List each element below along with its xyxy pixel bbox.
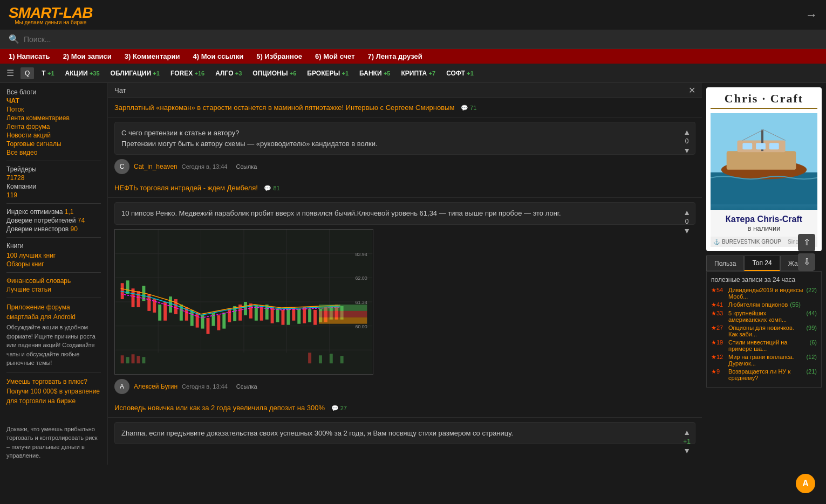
cat-forex[interactable]: FOREX +16 [165, 65, 210, 81]
cat-bonds[interactable]: ОБЛИГАЦИИ +1 [105, 65, 165, 81]
author-1-name[interactable]: Cat_in_heaven [134, 163, 178, 170]
hamburger-icon[interactable]: ☰ [2, 64, 18, 82]
useful-post-3: ★33 5 крупнейших американских комп... (4… [711, 310, 817, 323]
post-link-4[interactable]: Опционы для новичков. Как заби... [728, 325, 804, 337]
post-score-5: ★19 [711, 339, 726, 346]
svg-rect-59 [319, 355, 322, 363]
post-link-6[interactable]: Мир на грани коллапса. Дурачок... [728, 354, 804, 367]
vote-up-2[interactable]: ▲ [683, 208, 691, 217]
chat-title: Чат [114, 86, 126, 94]
trading-promo: Умеешь торговать в плюс? Получи 100 000$… [6, 377, 101, 460]
nav-my-account[interactable]: 6) Мой счет [315, 52, 354, 60]
ad-brand-logo: Chris · Craft [711, 92, 817, 109]
nav-bar: 1) Написать 2) Мои записи 3) Комментарии… [0, 49, 826, 64]
message-3-vote: ▲ +1 ▼ [683, 428, 691, 455]
search-input[interactable] [24, 35, 817, 44]
blog-post-3: Исповедь новичка или как за 2 года увели… [108, 398, 702, 418]
vote-down-3[interactable]: ▼ [683, 446, 691, 455]
sidebar-chat[interactable]: ЧАТ [6, 97, 101, 105]
cat-brokers[interactable]: БРОКЕРЫ +1 [302, 65, 354, 81]
message-3: Zhanna, если предъявите доказательства с… [114, 422, 695, 445]
svg-rect-72 [727, 151, 796, 170]
sidebar-best-articles[interactable]: Лучшие статьи [6, 286, 101, 293]
cat-algo[interactable]: АЛГО +3 [210, 65, 247, 81]
nav-comments[interactable]: 3) Комментарии [125, 52, 180, 60]
author-2-name[interactable]: Алексей Бугин [134, 383, 178, 390]
post-link-7[interactable]: Возвращается ли НУ к среднему? [728, 368, 804, 381]
trading-promo-link[interactable]: Умеешь торговать в плюс? Получи 100 000$… [6, 377, 101, 406]
sidebar-all-blogs[interactable]: Все блоги [6, 88, 101, 96]
sidebar-fin-dict[interactable]: Финансовый словарь [6, 277, 101, 285]
post-count-1: (22) [806, 287, 817, 293]
useful-posts-panel: полезные записи за 24 часа ★54 Дивиденды… [706, 271, 822, 388]
svg-rect-30 [222, 312, 226, 328]
search-bar: 🔍 [0, 30, 826, 49]
sidebar-stock-news[interactable]: Новости акций [6, 132, 101, 139]
sidebar-book-reviews[interactable]: Обзоры книг [6, 260, 101, 268]
svg-text:62.00: 62.00 [355, 275, 367, 281]
nav-my-links[interactable]: 4) Мои ссылки [193, 52, 243, 60]
svg-rect-27 [207, 317, 210, 334]
useful-post-1: ★54 Дивиденды2019 и индексы Мосб... (22) [711, 287, 817, 300]
nav-write[interactable]: 1) Написать [9, 52, 50, 60]
sidebar-stream[interactable]: Поток [6, 106, 101, 113]
ad-boat-image [711, 113, 817, 210]
scroll-up-button[interactable]: ⇧ [798, 234, 815, 251]
cat-options[interactable]: ОПЦИОНЫ +6 [247, 65, 302, 81]
app-promo-link[interactable]: Приложение форума смартлаба для Android [6, 302, 101, 322]
message-1-link[interactable]: Ссылка [236, 163, 257, 170]
tab-top24[interactable]: Топ 24 [744, 256, 780, 271]
vote-down-1[interactable]: ▼ [683, 146, 691, 155]
traders-count-link[interactable]: 71728 [6, 174, 101, 182]
scroll-down-button[interactable]: ⇩ [798, 253, 815, 271]
svg-rect-78 [756, 143, 766, 149]
svg-rect-18 [158, 304, 161, 320]
post3-comments: 💬 27 [331, 405, 347, 411]
svg-rect-45 [303, 307, 306, 323]
cat-stocks[interactable]: АКЦИИ +35 [60, 65, 105, 81]
post-link-1[interactable]: Дивиденды2019 и индексы Мосб... [728, 287, 804, 300]
sidebar-all-video[interactable]: Все видео [6, 149, 101, 156]
post3-title[interactable]: Исповедь новичка или как за 2 года увели… [114, 404, 325, 412]
vote-count-3: +1 [683, 438, 691, 445]
message-1-text: С чего претензии к статье и автору?Прете… [121, 128, 688, 149]
nav-favorites[interactable]: 5) Избранное [256, 52, 302, 60]
post-link-2[interactable]: Любителям опционов [728, 301, 788, 308]
svg-rect-56 [136, 356, 140, 363]
message-2-link[interactable]: Ссылка [236, 383, 257, 390]
companies-label: Компании 119 [6, 183, 101, 199]
q-button[interactable]: Q [21, 67, 34, 79]
chat-close-button[interactable]: ✕ [688, 85, 695, 95]
post2-comments: 💬 81 [264, 185, 279, 191]
nav-my-posts[interactable]: 2) Мои записи [63, 52, 112, 60]
message-1-vote: ▲ 0 ▼ [683, 128, 691, 155]
nav-friends-feed[interactable]: 7) Лента друзей [368, 52, 422, 60]
companies-count-link[interactable]: 119 [6, 191, 101, 199]
ad-tagline: Катера Chris-Craft [715, 215, 813, 224]
post-link-5[interactable]: Стили инвестиций на примере ша... [728, 339, 808, 352]
cat-banks[interactable]: БАНКИ +5 [354, 65, 395, 81]
vote-up-1[interactable]: ▲ [683, 128, 691, 136]
sidebar-trade-signals[interactable]: Торговые сигналы [6, 140, 101, 148]
cat-t[interactable]: Т +1 [36, 65, 59, 81]
vote-down-2[interactable]: ▼ [683, 226, 691, 235]
svg-rect-41 [281, 309, 284, 325]
post2-title[interactable]: НЕФТЬ торговля интрадей - ждем Дембеля! [114, 184, 258, 192]
post1-title[interactable]: Зарплатный «наркоман» в старости останет… [114, 103, 454, 112]
sidebar-forum-feed[interactable]: Лента форума [6, 123, 101, 130]
cat-soft[interactable]: СОФТ +1 [441, 65, 479, 81]
sidebar-comments-feed[interactable]: Лента комментариев [6, 114, 101, 122]
category-bar: ☰ Q Т +1 АКЦИИ +35 ОБЛИГАЦИИ +1 FOREX +1… [0, 64, 826, 83]
logo-subtitle: Мы делаем деньги на бирже [9, 19, 92, 25]
consumer-trust-label: Доверие потребителей 74 [6, 217, 101, 224]
svg-rect-40 [276, 308, 279, 322]
cat-crypto[interactable]: КРИПТА +7 [395, 65, 441, 81]
tab-polza[interactable]: Польза [706, 256, 744, 271]
sidebar-top100-books[interactable]: 100 лучших книг [6, 252, 101, 259]
svg-text:61.34: 61.34 [355, 299, 367, 305]
post-count-6: (12) [806, 354, 817, 360]
login-button[interactable]: → [805, 8, 817, 22]
post-link-3[interactable]: 5 крупнейших американских комп... [728, 310, 804, 323]
vote-up-3[interactable]: ▲ [683, 428, 691, 437]
svg-rect-14 [136, 291, 140, 307]
